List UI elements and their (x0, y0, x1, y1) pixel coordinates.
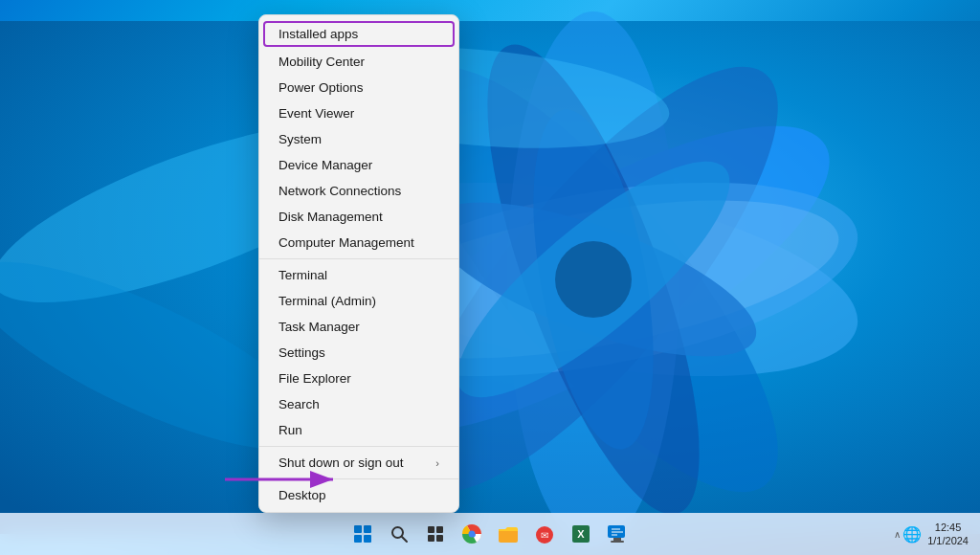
menu-item-label: Installed apps (278, 27, 358, 41)
menu-divider (259, 446, 458, 447)
menu-divider (259, 258, 458, 259)
system-tray: ∧ 🌐 12:45 1/1/2024 (894, 521, 980, 548)
menu-item-task-manager[interactable]: Task Manager (259, 314, 458, 340)
svg-rect-23 (436, 535, 443, 542)
menu-item-label: Computer Management (278, 235, 414, 250)
taskbar-icon-mail[interactable]: ✉ (527, 517, 562, 551)
taskbar-icons: ✉X (345, 517, 635, 551)
arrow-annotation (220, 455, 345, 507)
menu-item-file-explorer[interactable]: File Explorer (259, 366, 458, 391)
context-menu: Installed appsMobility CenterPower Optio… (258, 14, 459, 513)
menu-item-event-viewer[interactable]: Event Viewer (259, 100, 458, 126)
tray-chevron-icon[interactable]: ∧ (894, 529, 901, 540)
taskbar-icon-files[interactable] (491, 517, 525, 551)
svg-point-12 (555, 241, 632, 318)
menu-item-computer-management[interactable]: Computer Management (259, 230, 458, 255)
menu-item-label: Task Manager (278, 320, 360, 334)
menu-item-label: Network Connections (278, 184, 401, 198)
taskbar-icon-search[interactable] (382, 517, 416, 551)
menu-item-terminal[interactable]: Terminal (259, 262, 458, 288)
submenu-arrow-icon: › (435, 457, 439, 469)
wallpaper (0, 0, 980, 555)
menu-item-run[interactable]: Run (259, 417, 458, 443)
menu-item-label: Device Manager (278, 158, 372, 172)
menu-item-label: File Explorer (278, 371, 351, 386)
svg-rect-22 (428, 535, 434, 542)
menu-item-label: Search (278, 397, 320, 411)
taskbar-icon-start[interactable] (345, 517, 380, 551)
svg-rect-33 (613, 538, 621, 541)
menu-item-label: Run (278, 423, 302, 437)
taskbar-icon-task-view[interactable] (418, 517, 453, 551)
menu-item-installed-apps[interactable]: Installed apps (263, 21, 455, 47)
menu-item-label: Settings (278, 345, 325, 360)
menu-item-terminal-admin[interactable]: Terminal (Admin) (259, 288, 458, 314)
taskbar-icon-excel[interactable]: X (564, 517, 598, 551)
svg-rect-34 (611, 541, 624, 543)
clock[interactable]: 12:45 1/1/2024 (924, 521, 972, 548)
menu-item-disk-management[interactable]: Disk Management (259, 204, 458, 230)
svg-rect-27 (499, 529, 518, 543)
menu-item-mobility-center[interactable]: Mobility Center (259, 49, 458, 75)
taskbar-icon-rdp[interactable] (600, 517, 635, 551)
menu-item-settings[interactable]: Settings (259, 340, 458, 366)
tray-network-icon[interactable]: 🌐 (902, 525, 922, 544)
menu-item-network-connections[interactable]: Network Connections (259, 178, 458, 204)
menu-item-label: Event Viewer (278, 106, 354, 121)
taskbar-icon-chrome[interactable] (455, 517, 489, 551)
menu-item-label: Disk Management (278, 210, 383, 224)
taskbar: ✉X ∧ 🌐 12:45 1/1/2024 (0, 513, 980, 555)
svg-point-26 (469, 531, 476, 538)
menu-item-label: Mobility Center (278, 55, 365, 69)
menu-item-device-manager[interactable]: Device Manager (259, 152, 458, 178)
menu-item-search[interactable]: Search (259, 391, 458, 417)
menu-item-label: Power Options (278, 80, 364, 95)
menu-item-power-options[interactable]: Power Options (259, 75, 458, 100)
svg-rect-20 (428, 526, 434, 533)
svg-text:✉: ✉ (541, 530, 548, 541)
menu-item-label: System (278, 132, 322, 146)
menu-item-label: Terminal (Admin) (278, 294, 376, 308)
menu-item-label: Terminal (278, 268, 327, 282)
menu-item-system[interactable]: System (259, 126, 458, 152)
svg-text:X: X (577, 528, 585, 540)
svg-line-19 (402, 537, 407, 542)
svg-rect-21 (436, 526, 443, 533)
